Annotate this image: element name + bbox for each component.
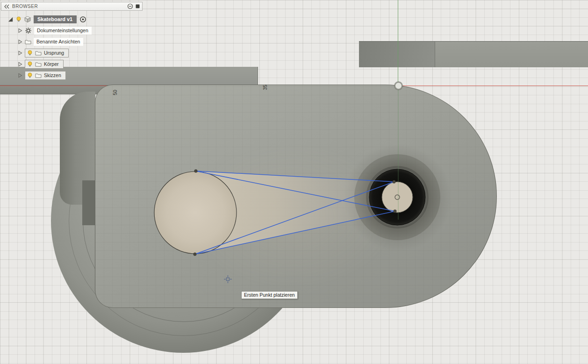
visibility-bulb-icon[interactable]	[27, 72, 33, 79]
visibility-bulb-icon[interactable]	[27, 61, 33, 67]
folder-icon	[35, 73, 42, 78]
fusion-viewport: 50 35 Ersten Punkt platzieren BROWSER	[0, 0, 588, 364]
folder-icon	[35, 62, 42, 67]
collapse-panel-icon[interactable]	[3, 4, 10, 9]
browser-row-sketches[interactable]: Skizzen	[18, 70, 66, 80]
collapse-arrow-icon[interactable]	[18, 73, 22, 78]
browser-item-label-root[interactable]: Skateboard v1	[34, 15, 77, 23]
component-cube-icon	[24, 16, 31, 23]
hole-inner-circle[interactable]	[382, 182, 413, 213]
point-cursor-icon	[224, 275, 232, 283]
browser-row-bodies[interactable]: Körper	[18, 59, 64, 69]
sketch-point-hole-top[interactable]	[393, 180, 395, 183]
visibility-bulb-icon[interactable]	[27, 50, 33, 56]
browser-row-root[interactable]: Skateboard v1	[7, 14, 89, 24]
browser-panel-title: BROWSER	[12, 4, 125, 9]
browser-item-label-sketches[interactable]: Skizzen	[44, 72, 61, 78]
visibility-bulb-icon[interactable]	[16, 16, 22, 22]
remove-panel-icon[interactable]	[127, 3, 133, 9]
folder-icon	[35, 50, 42, 56]
origin-point-marker[interactable]	[394, 82, 402, 90]
dimension-label-35[interactable]: 35	[262, 85, 268, 90]
browser-row-origin[interactable]: Ursprung	[18, 48, 69, 58]
browser-header[interactable]: BROWSER	[1, 2, 143, 11]
expand-arrow-icon[interactable]	[7, 16, 14, 22]
browser-row-document-settings[interactable]: Dokumenteinstellungen	[18, 25, 92, 36]
browser-item-label-origin[interactable]: Ursprung	[44, 50, 64, 56]
collapse-arrow-icon[interactable]	[18, 28, 22, 33]
sketch-point-circle-bottom[interactable]	[194, 253, 196, 256]
gear-icon	[25, 27, 32, 34]
dock-panel-icon[interactable]	[135, 4, 140, 9]
browser-panel: BROWSER Skateboard v1	[0, 0, 150, 93]
browser-item-label-named-views[interactable]: Benannte Ansichten	[34, 38, 83, 46]
browser-group-sketches[interactable]: Skizzen	[25, 71, 66, 80]
sketch-point-hole-bottom[interactable]	[394, 210, 396, 213]
browser-group-bodies[interactable]: Körper	[25, 60, 64, 69]
browser-item-label-bodies[interactable]: Körper	[44, 61, 59, 67]
sketch-point-circle-top[interactable]	[194, 170, 197, 172]
sketch-circle-left[interactable]	[154, 171, 237, 254]
folder-icon	[25, 39, 31, 44]
cursor-tooltip: Ersten Punkt platzieren	[241, 291, 298, 299]
browser-item-label-document-settings[interactable]: Dokumenteinstellungen	[34, 27, 92, 35]
collapse-arrow-icon[interactable]	[18, 50, 22, 56]
activate-radio-icon[interactable]	[79, 16, 86, 23]
browser-row-named-views[interactable]: Benannte Ansichten	[18, 36, 83, 47]
collapse-arrow-icon[interactable]	[18, 39, 22, 44]
collapse-arrow-icon[interactable]	[18, 62, 22, 67]
browser-group-origin[interactable]: Ursprung	[25, 49, 69, 57]
